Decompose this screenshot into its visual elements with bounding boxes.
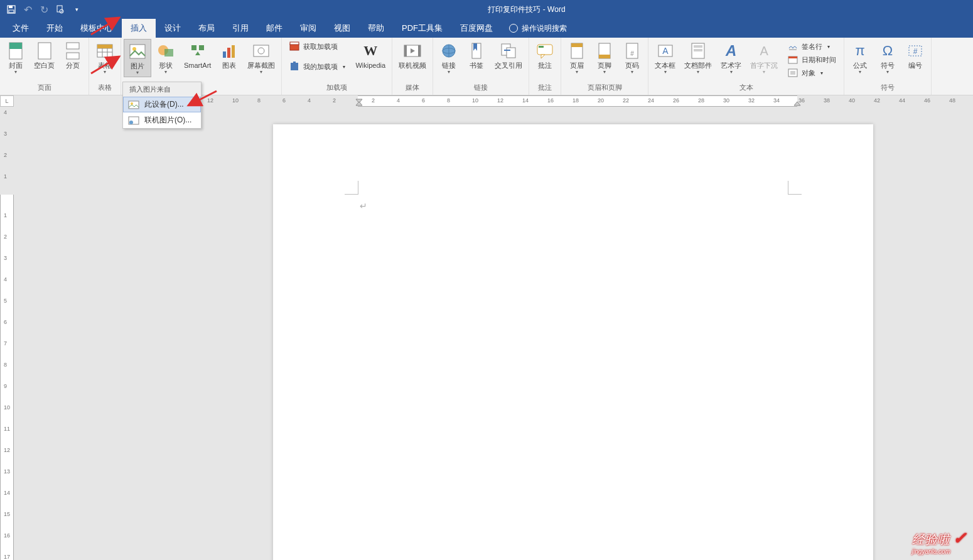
symbol-button[interactable]: Ω 符号▾ [874, 39, 901, 76]
smartart-button[interactable]: SmartArt [180, 39, 215, 71]
group-label-tables: 表格 [92, 82, 118, 95]
svg-rect-21 [199, 45, 204, 50]
online-video-button[interactable]: 联机视频 [395, 39, 430, 71]
footer-button[interactable]: 页脚▾ [591, 39, 618, 76]
tab-file[interactable]: 文件 [4, 19, 38, 38]
link-icon [439, 41, 458, 60]
tell-me-search[interactable]: 操作说明搜索 [502, 19, 574, 38]
object-button[interactable]: 对象▾ [785, 67, 839, 79]
header-button[interactable]: 页眉▾ [564, 39, 590, 76]
cover-page-button[interactable]: 封面▾ [3, 39, 29, 76]
dropcap-button[interactable]: A 首字下沉▾ [746, 39, 782, 76]
tab-view[interactable]: 视图 [325, 19, 359, 38]
group-label-pages: 页面 [3, 82, 86, 95]
screenshot-button[interactable]: 屏幕截图▾ [244, 39, 279, 76]
equation-button[interactable]: π 公式▾ [847, 39, 873, 76]
svg-rect-6 [9, 43, 22, 49]
svg-rect-60 [790, 71, 795, 75]
checkmark-icon: ✓ [953, 529, 967, 548]
ruler-tick: 22 [623, 97, 629, 104]
chart-button[interactable]: 图表 [216, 39, 242, 71]
quickparts-icon [689, 41, 707, 60]
video-icon [403, 41, 422, 60]
page-break-button[interactable]: 分页 [60, 39, 86, 71]
svg-rect-46 [571, 43, 583, 47]
ruler-tick: 1 [4, 173, 7, 180]
document-area[interactable]: ↵ [14, 107, 973, 560]
number-button[interactable]: # 编号 [902, 39, 928, 71]
tab-mailings[interactable]: 邮件 [257, 19, 291, 38]
comment-button[interactable]: 批注 [532, 39, 558, 71]
undo-button[interactable]: ↶ [20, 2, 35, 17]
redo-button[interactable]: ↻ [36, 2, 51, 17]
bookmark-button[interactable]: 书签 [463, 39, 490, 71]
ruler-tick: 4 [397, 97, 400, 104]
textbox-icon: A [656, 41, 675, 60]
get-addins-button[interactable]: 获取加载项 [287, 40, 348, 53]
datetime-button[interactable]: 日期和时间 [785, 53, 839, 66]
indent-marker-bottom[interactable] [355, 100, 363, 107]
tab-baidudisk[interactable]: 百度网盘 [451, 19, 502, 38]
ruler-tick: 10 [232, 97, 239, 104]
signature-line-button[interactable]: 签名行▾ [785, 40, 839, 53]
tab-home[interactable]: 开始 [38, 19, 72, 38]
tab-insert[interactable]: 插入 [122, 19, 156, 38]
tab-pdftools[interactable]: PDF工具集 [393, 19, 451, 38]
textbox-button[interactable]: A 文本框▾ [651, 39, 679, 76]
svg-rect-33 [418, 45, 421, 57]
save-button[interactable] [4, 2, 19, 17]
svg-rect-7 [38, 43, 51, 59]
tab-review[interactable]: 审阅 [291, 19, 325, 38]
my-addins-button[interactable]: 我的加载项▾ [287, 60, 348, 73]
insert-picture-menu: 插入图片来自 此设备(D)... 联机图片(O)... [122, 82, 202, 129]
ruler-tick: 30 [723, 97, 729, 104]
addins-icon [289, 62, 299, 72]
qat-customize[interactable]: ▾ [69, 2, 84, 17]
tab-template[interactable]: 模板中心 [72, 19, 122, 38]
svg-rect-15 [97, 45, 112, 48]
ruler-tick: 6 [4, 319, 7, 325]
group-label-symbols: 符号 [847, 82, 928, 95]
insert-online-picture[interactable]: 联机图片(O)... [123, 112, 201, 128]
ruler-tick: 44 [899, 97, 905, 104]
ruler-tick: 9 [4, 383, 7, 389]
object-icon [788, 68, 798, 78]
insert-from-device[interactable]: 此设备(D)... [123, 97, 201, 112]
page-number-button[interactable]: # 页码▾ [619, 39, 645, 76]
tab-design[interactable]: 设计 [156, 19, 190, 38]
group-label-headerfooter: 页眉和页脚 [564, 82, 645, 95]
tab-layout[interactable]: 布局 [190, 19, 223, 38]
svg-rect-32 [404, 45, 407, 57]
wikipedia-button[interactable]: W Wikipedia [352, 39, 389, 71]
shapes-icon [156, 41, 175, 60]
svg-rect-9 [67, 53, 79, 59]
ruler-tick: 38 [824, 97, 830, 104]
svg-rect-54 [694, 45, 702, 48]
dropdown-header: 插入图片来自 [123, 82, 201, 97]
svg-rect-23 [223, 51, 226, 58]
smartart-icon [188, 41, 207, 60]
svg-rect-1 [9, 6, 13, 8]
blank-page-button[interactable]: 空白页 [30, 39, 58, 71]
right-indent-marker[interactable] [793, 100, 801, 107]
tab-references[interactable]: 引用 [223, 19, 257, 38]
quickparts-button[interactable]: 文档部件▾ [680, 39, 716, 76]
signature-icon [788, 41, 798, 51]
header-icon [567, 41, 586, 60]
svg-marker-73 [794, 102, 800, 105]
cross-reference-button[interactable]: 交叉引用 [491, 39, 526, 71]
picture-button[interactable]: 图片▾ [124, 39, 151, 77]
svg-rect-20 [191, 45, 196, 50]
wordart-button[interactable]: A 艺术字▾ [717, 39, 745, 76]
group-label-media: 媒体 [395, 82, 430, 95]
wikipedia-icon: W [361, 41, 380, 60]
ruler-corner: L [0, 95, 14, 107]
preview-button[interactable] [53, 2, 68, 17]
page[interactable]: ↵ [273, 124, 873, 560]
link-button[interactable]: 链接▾ [436, 39, 462, 76]
tab-help[interactable]: 帮助 [359, 19, 393, 38]
ruler-tick: 10 [472, 97, 478, 104]
table-button[interactable]: 表格▾ [92, 39, 118, 76]
shapes-button[interactable]: 形状▾ [153, 39, 179, 76]
vertical-ruler[interactable]: 43211234567891011121314151617181920 [0, 107, 14, 560]
